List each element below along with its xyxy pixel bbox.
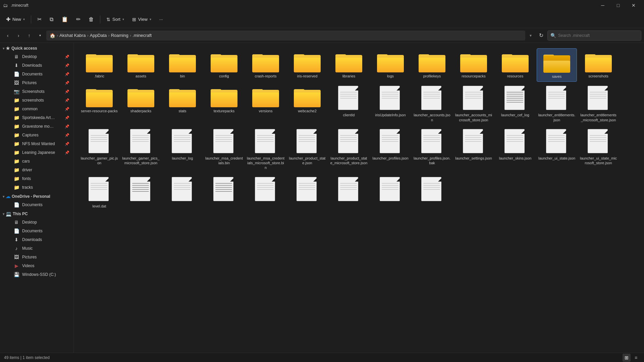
folder-crash-reports[interactable]: crash-reports bbox=[246, 48, 286, 82]
breadcrumb-item-1[interactable]: AppData bbox=[90, 33, 107, 38]
list-view-button[interactable]: ≡ bbox=[632, 354, 640, 362]
file-launcher-accounts[interactable]: launcher_accounts.json bbox=[412, 83, 452, 125]
sidebar-item-onedrive-docs[interactable]: 📄 Documents bbox=[5, 200, 72, 209]
search-input[interactable] bbox=[558, 33, 638, 38]
sidebar-item-fonts[interactable]: 📁 fonts bbox=[5, 174, 72, 183]
file-launcher-cef-log[interactable]: launcher_cef_log bbox=[495, 83, 535, 125]
refresh-button[interactable]: ↻ bbox=[536, 31, 546, 41]
folder-saves[interactable]: saves bbox=[537, 48, 577, 82]
file-irisupdateinfo[interactable]: irisUpdateInfo.json bbox=[370, 83, 411, 125]
sidebar-item-tracks[interactable]: 📁 tracks bbox=[5, 183, 72, 192]
file-launcher-log[interactable]: launcher_log bbox=[162, 126, 203, 173]
onedrive-header[interactable]: ▾ ☁ OneDrive - Personal bbox=[0, 192, 73, 200]
grid-view-button[interactable]: ⊞ bbox=[623, 354, 631, 362]
sidebar-item-gravestone[interactable]: 📁 Gravestone mod te... 📌 bbox=[5, 122, 72, 131]
delete-button[interactable]: 🗑 bbox=[85, 13, 97, 25]
sidebar-item-screenshots[interactable]: 📁 screenshots 📌 bbox=[5, 96, 72, 105]
file-extra-3[interactable] bbox=[204, 174, 244, 211]
folder-bin[interactable]: bin bbox=[162, 48, 203, 82]
sort-button[interactable]: ⇅ Sort ▾ bbox=[103, 13, 127, 25]
sidebar-item-pc-desktop[interactable]: 🖥 Desktop bbox=[5, 218, 72, 227]
file-level-dat[interactable]: level.dat bbox=[79, 174, 119, 211]
file-launcher-msa-cred[interactable]: launcher_msa_credentials.bin bbox=[204, 126, 244, 173]
sidebar-item-desktop[interactable]: 🖥 Desktop 📌 bbox=[5, 52, 72, 61]
sidebar-item-documents[interactable]: 📄 Documents 📌 bbox=[5, 70, 72, 78]
folder-profilekeys[interactable]: profilekeys bbox=[412, 48, 452, 82]
paste-button[interactable]: 📋 bbox=[58, 13, 71, 25]
file-launcher-ui-state-ms[interactable]: launcher_ui_state_microsoft_store.json bbox=[578, 126, 619, 173]
sidebar-item-captures[interactable]: 📁 Captures 📌 bbox=[5, 131, 72, 139]
sidebar-item-cars[interactable]: 📁 cars bbox=[5, 157, 72, 166]
rename-button[interactable]: ✏ bbox=[73, 13, 84, 25]
breadcrumb[interactable]: 🏠 › Akshat Kabra › AppData › Roaming › .… bbox=[46, 31, 525, 41]
breadcrumb-dropdown[interactable]: ▾ bbox=[527, 32, 535, 40]
copy-button[interactable]: ⧉ bbox=[46, 13, 57, 25]
file-clientid[interactable]: clientId bbox=[329, 83, 369, 125]
minimize-button[interactable]: ─ bbox=[595, 0, 610, 11]
file-launcher-settings[interactable]: launcher_settings.json bbox=[453, 126, 494, 173]
file-extra-1[interactable] bbox=[121, 174, 161, 211]
sidebar-item-screenshots-cap[interactable]: 📷 Screenshots 📌 bbox=[5, 87, 72, 96]
file-launcher-msa-cred-ms[interactable]: launcher_msa_credentials_microsoft_store… bbox=[246, 126, 286, 173]
folder-logs[interactable]: logs bbox=[370, 48, 411, 82]
sidebar-item-downloads[interactable]: ⬇ Downloads 📌 bbox=[5, 61, 72, 70]
forward-button[interactable]: › bbox=[13, 31, 23, 41]
sidebar-item-sportskeeda[interactable]: 📁 Sportskeeda Article 📌 bbox=[5, 113, 72, 122]
sidebar-item-pc-pictures[interactable]: 🖼 Pictures bbox=[5, 253, 72, 261]
file-launcher-profiles-bak[interactable]: launcher_profiles.json.bak bbox=[412, 126, 452, 173]
breadcrumb-item-3[interactable]: .minecraft bbox=[132, 33, 152, 38]
more-button[interactable]: ··· bbox=[156, 13, 166, 25]
sidebar-item-common[interactable]: 📁 common 📌 bbox=[5, 105, 72, 113]
file-launcher-product-state[interactable]: launcher_product_state.json bbox=[287, 126, 327, 173]
breadcrumb-item-0[interactable]: Akshat Kabra bbox=[59, 33, 86, 38]
file-launcher-product-state-ms[interactable]: launcher_product_state_microsoft_store.j… bbox=[329, 126, 369, 173]
folder-resourcepacks[interactable]: resourcepacks bbox=[453, 48, 494, 82]
file-launcher-skins[interactable]: launcher_skins.json bbox=[495, 126, 535, 173]
view-button[interactable]: ⊞ View ▾ bbox=[129, 13, 155, 25]
folder-assets[interactable]: assets bbox=[121, 48, 161, 82]
folder-config[interactable]: config bbox=[204, 48, 244, 82]
file-extra-5[interactable] bbox=[287, 174, 327, 211]
breadcrumb-item-2[interactable]: Roaming bbox=[111, 33, 128, 38]
folder-libraries[interactable]: libraries bbox=[329, 48, 369, 82]
up-button[interactable]: ↑ bbox=[24, 31, 34, 41]
folder-webcache2[interactable]: webcache2 bbox=[287, 83, 327, 125]
file-launcher-entitlements-ms[interactable]: launcher_entitlements_microsoft_store.js… bbox=[578, 83, 619, 125]
sidebar-item-driver[interactable]: 📁 driver bbox=[5, 166, 72, 174]
sidebar-item-japanese[interactable]: 📁 Leaning Japanese 📌 bbox=[5, 148, 72, 157]
sidebar-item-pictures[interactable]: 🖼 Pictures 📌 bbox=[5, 78, 72, 87]
search-box[interactable]: 🔍 bbox=[547, 31, 641, 41]
file-launcher-accounts-ms[interactable]: launcher_accounts_microsoft_store.json bbox=[453, 83, 494, 125]
folder-iris-reserved[interactable]: iris-reserved bbox=[287, 48, 327, 82]
back-button[interactable]: ‹ bbox=[3, 31, 13, 41]
folder-server-resource-packs[interactable]: server-resource-packs bbox=[79, 83, 119, 125]
quick-access-header[interactable]: ▾ ★ Quick access bbox=[0, 44, 73, 52]
folder-versions[interactable]: versions bbox=[246, 83, 286, 125]
sidebar-item-pc-drive[interactable]: 💾 Windows-SSD (C:) bbox=[5, 270, 72, 279]
file-extra-4[interactable] bbox=[246, 174, 286, 211]
close-button[interactable]: ✕ bbox=[626, 0, 641, 11]
file-extra-8[interactable] bbox=[412, 174, 452, 211]
recent-button[interactable]: ▾ bbox=[35, 31, 45, 41]
file-launcher-entitlements[interactable]: launcher_entitlements.json bbox=[537, 83, 577, 125]
folder-resources[interactable]: resources bbox=[495, 48, 535, 82]
file-launcher-ui-state[interactable]: launcher_ui_state.json bbox=[537, 126, 577, 173]
thispc-header[interactable]: ▾ 💻 This PC bbox=[0, 210, 73, 218]
sidebar-item-pc-downloads[interactable]: ⬇ Downloads bbox=[5, 235, 72, 244]
cut-button[interactable]: ✂ bbox=[34, 13, 45, 25]
folder-texturepacks[interactable]: texturepacks bbox=[204, 83, 244, 125]
folder-stats[interactable]: stats bbox=[162, 83, 203, 125]
sidebar-item-pc-music[interactable]: ♪ Music bbox=[5, 244, 72, 253]
file-launcher-gamer-pics-ms[interactable]: launcher_gamer_pics_microsoft_store.json bbox=[121, 126, 161, 173]
folder-screenshots[interactable]: screenshots bbox=[578, 48, 619, 82]
file-extra-6[interactable] bbox=[329, 174, 369, 211]
folder-fabric[interactable]: .fabric bbox=[79, 48, 119, 82]
new-button[interactable]: ✚ New ▾ bbox=[3, 13, 28, 25]
sidebar-item-nfs[interactable]: 📁 NFS Most Wanted 📌 bbox=[5, 139, 72, 148]
sidebar-item-pc-documents[interactable]: 📄 Documents bbox=[5, 227, 72, 235]
file-launcher-gamer-pic[interactable]: launcher_gamer_pic.json bbox=[79, 126, 119, 173]
file-launcher-profiles[interactable]: launcher_profiles.json bbox=[370, 126, 411, 173]
folder-shaderpacks[interactable]: shaderpacks bbox=[121, 83, 161, 125]
sidebar-item-pc-videos[interactable]: ▶ Videos bbox=[5, 261, 72, 270]
file-extra-2[interactable] bbox=[162, 174, 203, 211]
